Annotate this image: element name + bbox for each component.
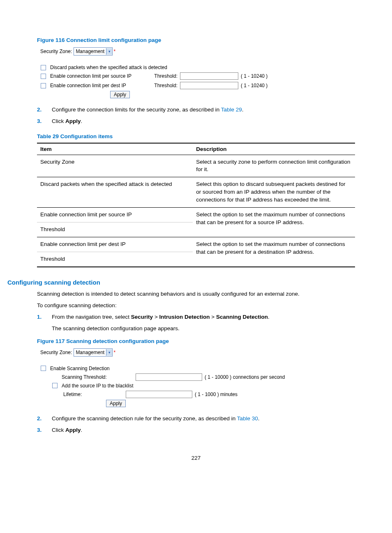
limit-source-checkbox[interactable] bbox=[41, 74, 46, 79]
security-zone-select-117[interactable]: Management ▾ bbox=[74, 348, 113, 357]
security-zone-label-117: Security Zone: bbox=[40, 350, 72, 355]
enable-scanning-label: Enable Scanning Detection bbox=[50, 366, 110, 371]
t29-r2c2: Select this option to discard subsequent… bbox=[193, 177, 355, 208]
sd-step-1-number: 1. bbox=[37, 313, 52, 333]
sd-step-3: 3. Click Apply. bbox=[37, 426, 355, 434]
security-zone-select[interactable]: Management ▾ bbox=[74, 47, 113, 56]
security-zone-value: Management bbox=[76, 49, 104, 54]
page-number: 227 bbox=[37, 455, 355, 461]
t29-r34c2: Select the option to set the maximum num… bbox=[193, 207, 355, 237]
limit-dest-label: Enable connection limit per dest IP bbox=[50, 83, 149, 88]
sd-step-1: 1. From the navigation tree, select Secu… bbox=[37, 313, 355, 333]
add-blacklist-label: Add the source IP to the blacklist bbox=[62, 383, 134, 389]
sd-step-3-number: 3. bbox=[37, 426, 52, 434]
t29-r5c1: Enable connection limit per dest IP bbox=[37, 237, 193, 252]
discard-packets-label: Discard packets when the specified attac… bbox=[50, 65, 167, 70]
chevron-down-icon-117: ▾ bbox=[106, 349, 112, 356]
threshold-source-range: ( 1 - 10240 ) bbox=[241, 73, 267, 79]
t29-r1c2: Select a security zone to perform connec… bbox=[193, 155, 355, 177]
table-29-header-item: Item bbox=[37, 143, 193, 155]
scanning-threshold-range: ( 1 - 10000 ) connections per second bbox=[205, 374, 285, 380]
limit-source-label: Enable connection limit per source IP bbox=[50, 73, 149, 79]
figure-116-caption: Figure 116 Connection limit configuratio… bbox=[37, 37, 355, 43]
threshold-dest-range: ( 1 - 10240 ) bbox=[241, 83, 267, 88]
t29-r56c2: Select the option to set the maximum num… bbox=[193, 237, 355, 266]
threshold-dest-input[interactable] bbox=[180, 82, 238, 89]
figure-116-screenshot: Security Zone: Management ▾ * Discard pa… bbox=[40, 47, 355, 97]
threshold-source-input[interactable] bbox=[180, 72, 238, 80]
required-asterisk-117: * bbox=[113, 350, 115, 355]
threshold-label-2: Threshold: bbox=[149, 83, 180, 88]
table-29: Item Description Security Zone Select a … bbox=[37, 143, 355, 267]
sd-step-2: 2. Configure the scanning detection rule… bbox=[37, 415, 355, 423]
lifetime-range: ( 1 - 1000 ) minutes bbox=[195, 392, 238, 397]
section-heading-scanning: Configuring scanning detection bbox=[7, 279, 355, 286]
step-3: 3. Click Apply. bbox=[37, 117, 355, 125]
enable-scanning-checkbox[interactable] bbox=[41, 366, 46, 371]
table-30-link[interactable]: Table 30 bbox=[237, 415, 258, 422]
table-29-link[interactable]: Table 29 bbox=[221, 107, 242, 113]
t29-r1c1: Security Zone bbox=[37, 155, 193, 177]
security-zone-value-117: Management bbox=[76, 350, 104, 355]
sd-step-1-sub: The scanning detection configuration pag… bbox=[52, 324, 270, 333]
para-scanning-intro: Scanning detection is intended to detect… bbox=[37, 290, 355, 298]
t29-r3c1: Enable connection limit per source IP bbox=[37, 207, 193, 222]
figure-117-screenshot: Security Zone: Management ▾ * Enable Sca… bbox=[40, 348, 355, 406]
step-3-number: 3. bbox=[37, 117, 52, 125]
table-29-caption: Table 29 Configuration items bbox=[37, 133, 355, 139]
security-zone-label: Security Zone: bbox=[40, 49, 72, 54]
apply-button-116[interactable]: Apply bbox=[110, 91, 130, 98]
discard-packets-checkbox[interactable] bbox=[41, 65, 46, 70]
step-2-number: 2. bbox=[37, 106, 52, 114]
t29-r2c1: Discard packets when the specified attac… bbox=[37, 177, 193, 208]
lifetime-label: Lifetime: bbox=[63, 392, 126, 397]
apply-button-117[interactable]: Apply bbox=[106, 400, 126, 407]
threshold-label-1: Threshold: bbox=[149, 73, 180, 79]
table-29-header-desc: Description bbox=[193, 143, 355, 155]
scanning-threshold-label: Scanning Threshold: bbox=[62, 374, 136, 380]
required-asterisk: * bbox=[113, 49, 115, 54]
chevron-down-icon: ▾ bbox=[106, 48, 112, 55]
scanning-threshold-input[interactable] bbox=[136, 373, 202, 381]
t29-r6c1: Threshold bbox=[37, 252, 193, 266]
para-scanning-to: To configure scanning detection: bbox=[37, 301, 355, 310]
lifetime-input[interactable] bbox=[126, 391, 192, 398]
limit-dest-checkbox[interactable] bbox=[41, 83, 46, 88]
sd-step-2-number: 2. bbox=[37, 415, 52, 423]
t29-r4c1: Threshold bbox=[37, 222, 193, 237]
step-2: 2. Configure the connection limits for t… bbox=[37, 106, 355, 114]
add-blacklist-checkbox[interactable] bbox=[52, 383, 58, 388]
figure-117-caption: Figure 117 Scanning detection configurat… bbox=[37, 338, 355, 344]
